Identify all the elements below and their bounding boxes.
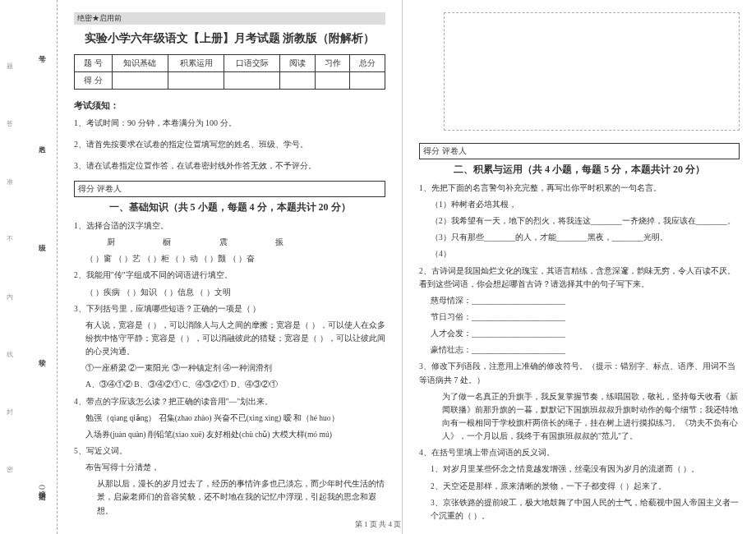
score-cell[interactable] <box>315 72 350 90</box>
score-cell[interactable] <box>112 72 168 90</box>
r1-d: （4） <box>419 247 740 260</box>
secret-label: 绝密★启用前 <box>74 12 385 25</box>
seal-mark-xian: 线 <box>4 345 13 355</box>
section2-title: 二、积累与运用（共 4 小题，每题 5 分，本题共计 20 分） <box>419 163 740 177</box>
r1-a: （1）种树者必培其根， <box>419 198 740 211</box>
q5-p1: 从那以后，漫长的岁月过去了，经历的事情许多也已淡忘，而少年时代生活的情景，启蒙老… <box>74 477 385 517</box>
table-row: 得 分 <box>75 72 385 90</box>
th-5: 习作 <box>315 55 350 72</box>
seal-mark-mi: 密 <box>4 460 13 470</box>
page-footer: 第 1 页 共 4 页 <box>0 519 756 530</box>
r4-b: 2、天空还是那样，原来清晰的景物，一下子都变得（ ）起来了。 <box>419 480 740 493</box>
seal-mark-feng: 封 <box>4 403 13 412</box>
score-cell[interactable] <box>224 72 280 90</box>
q4-l2: 入场券(juàn quàn) 削铅笔(xiao xuē) 友好相处(chù ch… <box>74 428 385 441</box>
q4-l1: 勉强（qiang qiǎng） 召集(zhao zhào) 兴奋不已(xing … <box>74 412 385 425</box>
q3-stem: 3、下列括号里，应填哪些短语？正确的一项是（ ） <box>74 302 385 315</box>
r4-a: 1、对岁月里某些怀念之情竟越发增强，丝毫没有因为岁月的流逝而（ ）。 <box>419 463 740 476</box>
score-cell[interactable] <box>168 72 224 90</box>
r2-i0: 慈母情深：________________________ <box>419 294 740 307</box>
r2-i1: 节日习俗：________________________ <box>419 311 740 324</box>
notice-title: 考试须知： <box>74 99 385 112</box>
r1-c: （3）只有那些________的人，才能________黑夜，________光… <box>419 231 740 244</box>
q2-stem: 2、我能用"传"字组成不同的词语进行填空。 <box>74 269 385 282</box>
q3-choices: A、③④①② B、③④②① C、④③②① D、④③②① <box>74 378 385 391</box>
notice-item: 2、请首先按要求在试卷的指定位置填写您的姓名、班级、学号。 <box>74 138 385 151</box>
notice-item: 1、考试时间：90 分钟，本卷满分为 100 分。 <box>74 117 385 130</box>
score-cell[interactable] <box>350 72 385 90</box>
r2-i3: 豪情壮志：________________________ <box>419 343 740 357</box>
exam-title: 实验小学六年级语文【上册】月考试题 浙教版（附解析） <box>74 31 385 46</box>
left-content-column: 绝密★启用前 实验小学六年级语文【上册】月考试题 浙教版（附解析） 题 号 知识… <box>58 0 403 534</box>
q1-chars: 厨 橱 震 振 <box>74 236 385 249</box>
right-content-column: 得分 评卷人 二、积累与运用（共 4 小题，每题 5 分，本题共计 20 分） … <box>403 0 756 534</box>
q3-body: 有人说，宽容是（ ），可以消除人与人之间的摩擦；宽容是（ ），可以使人在众多纷扰… <box>74 319 385 358</box>
seal-mark-da: 答 <box>4 115 13 125</box>
binding-label-township: 乡镇(街道) <box>37 485 48 490</box>
q5-stem: 5、写近义词。 <box>74 444 385 458</box>
seal-mark-bu: 不 <box>4 230 13 240</box>
r2-stem: 2、古诗词是我国灿烂文化的瑰宝，其语言精练，含意深邃，韵味无穷，令人百读不厌。看… <box>419 265 740 291</box>
binding-column: 乡镇(街道) 学校 班级 姓名 学号 密 封 线 内 不 准 答 题 <box>0 0 58 534</box>
th-num: 题 号 <box>75 55 113 72</box>
q2-line: （ ）疾病 （ ）知识 （ ）信息 （ ）文明 <box>74 286 385 299</box>
section1-title: 一、基础知识（共 5 小题，每题 4 分，本题共计 20 分） <box>74 200 385 214</box>
th-2: 积累运用 <box>168 55 224 72</box>
row-label: 得 分 <box>75 72 113 90</box>
r3-body: 为了做一名真正的升旗手，我反复掌握节奏，练唱国歌，敬礼，坚持每天收看《新闻联播》… <box>419 390 740 444</box>
q5-body: 布告写得十分清楚， <box>74 461 385 474</box>
q3-opts: ①一座桥梁 ②一束阳光 ③一种镇定剂 ④一种润滑剂 <box>74 361 385 375</box>
r4-stem: 4、在括号里填上带点词语的反义词。 <box>419 446 740 459</box>
q4-stem: 4、带点的字应该怎么读？把正确的读音用"—"划出来。 <box>74 395 385 408</box>
score-box: 得分 评卷人 <box>419 143 740 159</box>
r2-i2: 人才会发：________________________ <box>419 327 740 340</box>
q1-stem: 1、选择合适的汉字填空。 <box>74 219 385 232</box>
table-row: 题 号 知识基础 积累运用 口语交际 阅读 习作 总分 <box>75 55 385 72</box>
notice-item: 3、请在试卷指定位置作答，在试卷密封线外作答无效，不予评分。 <box>74 159 385 173</box>
th-total: 总分 <box>350 55 385 72</box>
r1-b: （2）我希望有一天，地下的烈火，将我连这________一齐烧掉，我应该在___… <box>419 214 740 228</box>
score-cell[interactable] <box>280 72 316 90</box>
seal-mark-zhun: 准 <box>4 173 13 182</box>
th-1: 知识基础 <box>112 55 168 72</box>
q1-blanks: （ ）窗 （ ）艺 （ ）柜 （ ）动 （ ）颤 （ ）奋 <box>74 252 385 265</box>
seal-mark-nei: 内 <box>4 288 13 297</box>
score-table: 题 号 知识基础 积累运用 口语交际 阅读 习作 总分 得 分 <box>74 54 385 90</box>
th-4: 阅读 <box>280 55 316 72</box>
seal-mark-ti: 题 <box>4 58 13 67</box>
score-box: 得分 评卷人 <box>74 181 385 197</box>
r3-stem: 3、修改下列语段，注意用上准确的修改符号。（提示：错别字、标点、语序、用词不当等… <box>419 360 740 386</box>
r1-stem: 1、先把下面的名言警句补充完整，再写出你平时积累的一句名言。 <box>419 182 740 195</box>
exam-page: 乡镇(街道) 学校 班级 姓名 学号 密 封 线 内 不 准 答 题 绝密★启用… <box>0 0 756 534</box>
writing-grid[interactable] <box>444 12 740 131</box>
th-3: 口语交际 <box>224 55 280 72</box>
